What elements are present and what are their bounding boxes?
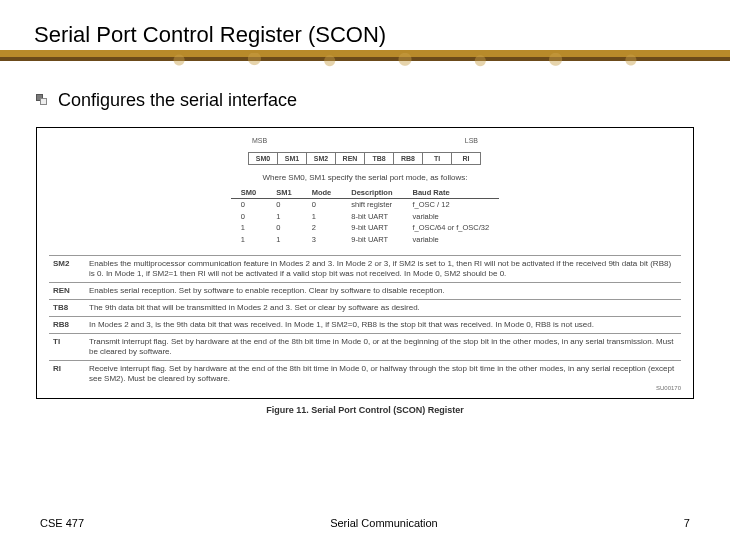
- mode-explain: Where SM0, SM1 specify the serial port m…: [49, 173, 681, 183]
- th: Description: [341, 187, 402, 199]
- register-bit: TB8: [364, 152, 394, 165]
- def-key: RB8: [49, 316, 85, 333]
- mode-table: SM0 SM1 Mode Description Baud Rate 0 0 0…: [231, 187, 499, 245]
- slide: Serial Port Control Register (SCON) Conf…: [0, 0, 730, 415]
- msb-label: MSB: [252, 137, 267, 146]
- figure-caption: Figure 11. Serial Port Control (SCON) Re…: [34, 405, 696, 415]
- register-diagram: SM0 SM1 SM2 REN TB8 RB8 TI RI: [49, 152, 681, 165]
- lsb-label: LSB: [465, 137, 478, 146]
- bullet-icon: [36, 94, 48, 106]
- footer-page-number: 7: [684, 517, 690, 529]
- rule-scribble: [154, 53, 656, 67]
- bullet-item: Configures the serial interface: [36, 90, 696, 111]
- def-val: Enables the multiprocessor communication…: [85, 255, 681, 282]
- register-bit: REN: [335, 152, 365, 165]
- def-key: TI: [49, 333, 85, 360]
- figure-id: SU00170: [49, 385, 681, 393]
- register-bit: RI: [451, 152, 481, 165]
- def-key: SM2: [49, 255, 85, 282]
- def-row: SM2 Enables the multiprocessor communica…: [49, 255, 681, 282]
- def-val: Enables serial reception. Set by softwar…: [85, 282, 681, 299]
- register-bit: TI: [422, 152, 452, 165]
- table-row: 1 1 3 9-bit UART variable: [231, 234, 499, 245]
- bullet-text: Configures the serial interface: [58, 90, 297, 111]
- table-row: 0 1 1 8-bit UART variable: [231, 211, 499, 222]
- def-row: TB8 The 9th data bit that will be transm…: [49, 299, 681, 316]
- def-row: RI Receive interrupt flag. Set by hardwa…: [49, 360, 681, 387]
- figure-box: MSB LSB SM0 SM1 SM2 REN TB8 RB8 TI RI Wh…: [36, 127, 694, 399]
- th: SM1: [266, 187, 301, 199]
- bit-definitions: SM2 Enables the multiprocessor communica…: [49, 255, 681, 387]
- footer-topic: Serial Communication: [330, 517, 438, 529]
- register-bit-labels: MSB LSB: [49, 138, 681, 148]
- table-row: 1 0 2 9-bit UART f_OSC/64 or f_OSC/32: [231, 222, 499, 233]
- register-bit: RB8: [393, 152, 423, 165]
- def-row: TI Transmit interrupt flag. Set by hardw…: [49, 333, 681, 360]
- def-val: Transmit interrupt flag. Set by hardware…: [85, 333, 681, 360]
- slide-footer: CSE 477 Serial Communication 7: [0, 517, 730, 529]
- th: SM0: [231, 187, 266, 199]
- def-val: In Modes 2 and 3, is the 9th data bit th…: [85, 316, 681, 333]
- th: Mode: [302, 187, 342, 199]
- def-val: Receive interrupt flag. Set by hardware …: [85, 360, 681, 387]
- th: Baud Rate: [403, 187, 500, 199]
- def-row: RB8 In Modes 2 and 3, is the 9th data bi…: [49, 316, 681, 333]
- register-bit: SM0: [248, 152, 278, 165]
- def-key: TB8: [49, 299, 85, 316]
- def-val: The 9th data bit that will be transmitte…: [85, 299, 681, 316]
- def-row: REN Enables serial reception. Set by sof…: [49, 282, 681, 299]
- title-underline: [34, 50, 696, 72]
- def-key: RI: [49, 360, 85, 387]
- footer-course: CSE 477: [40, 517, 84, 529]
- slide-title: Serial Port Control Register (SCON): [34, 22, 696, 48]
- register-bit: SM1: [277, 152, 307, 165]
- def-key: REN: [49, 282, 85, 299]
- table-row: 0 0 0 shift register f_OSC / 12: [231, 199, 499, 211]
- register-bit: SM2: [306, 152, 336, 165]
- table-header-row: SM0 SM1 Mode Description Baud Rate: [231, 187, 499, 199]
